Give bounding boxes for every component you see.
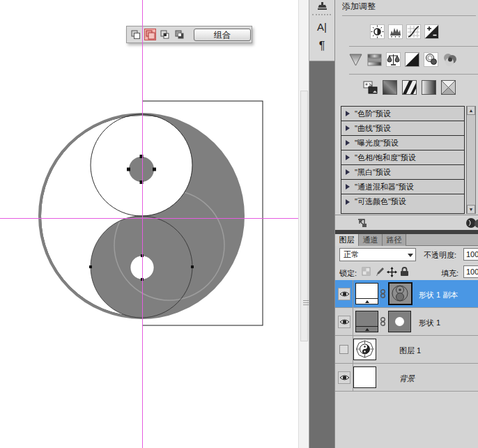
exposure-icon[interactable] [424, 24, 439, 39]
layer-name[interactable]: 形状 1 [419, 318, 440, 328]
tab-channels[interactable]: 通道 [359, 234, 383, 246]
disclosure-triangle-icon[interactable] [346, 155, 350, 160]
disclosure-triangle-icon[interactable] [346, 184, 350, 190]
visibility-checkbox-empty[interactable] [339, 345, 348, 354]
document-vertical-scrollbar[interactable] [298, 0, 309, 448]
preset-row-black-white[interactable]: "黑白"预设 [341, 165, 464, 180]
opacity-input[interactable]: 100% [463, 248, 478, 261]
visibility-cell[interactable] [335, 308, 353, 336]
color-balance-icon[interactable] [386, 52, 401, 67]
vector-mask-thumbnail[interactable] [388, 282, 413, 305]
fill-input[interactable]: 100% [463, 265, 478, 278]
switch-panel-view-icon[interactable] [356, 217, 367, 228]
disclosure-triangle-icon[interactable] [346, 125, 350, 131]
preset-label: "曲线"预设 [355, 123, 391, 134]
vector-mask-thumbnail[interactable] [388, 311, 411, 332]
preset-row-channel-mixer[interactable]: "通道混和器"预设 [341, 180, 464, 194]
opacity-label: 不透明度: [424, 250, 456, 261]
channel-mixer-icon[interactable] [442, 52, 457, 67]
lock-options-row: 锁定: 填充: 100% [335, 265, 478, 279]
blend-options-row: 正常 不透明度: 100% [335, 247, 478, 263]
layer-fill-thumbnail[interactable] [355, 283, 378, 304]
paragraph-panel-icon[interactable]: ¶ [309, 40, 334, 52]
shape-subtract-icon[interactable] [144, 29, 156, 40]
clone-source-icon[interactable] [309, 1, 334, 13]
brightness-contrast-icon[interactable] [370, 24, 385, 39]
disclosure-triangle-icon[interactable] [346, 169, 350, 175]
right-panel-column: 添加调整 [334, 0, 478, 448]
visibility-toggle-icon[interactable] [465, 217, 478, 229]
layer-row-shape1[interactable]: 形状 1 [335, 308, 478, 336]
character-panel-icon[interactable]: A| [309, 21, 334, 33]
disclosure-triangle-icon[interactable] [346, 111, 350, 116]
preset-list-scrollbar[interactable]: ▲ ▼ [466, 106, 476, 214]
lock-transparent-icon[interactable] [362, 267, 371, 277]
layer-row-layer1[interactable]: 图层 1 [335, 336, 478, 364]
tab-layers[interactable]: 图层 [335, 234, 359, 246]
layer-image-thumbnail[interactable] [353, 366, 376, 388]
adjustment-preset-list: "色阶"预设 "曲线"预设 "曝光度"预设 "色相/饱和度"预设 "黑白"预设 … [341, 106, 465, 214]
layer-fill-thumbnail[interactable] [355, 311, 378, 332]
combine-button[interactable]: 组合 [194, 29, 251, 41]
preset-row-levels[interactable]: "色阶"预设 [341, 107, 464, 121]
eye-icon[interactable] [338, 371, 350, 384]
vertical-guide[interactable] [142, 0, 143, 448]
preset-row-hue-saturation[interactable]: "色相/饱和度"预设 [341, 150, 464, 165]
eye-icon[interactable] [338, 288, 350, 300]
threshold-icon[interactable] [402, 80, 417, 95]
lock-paint-icon[interactable] [375, 267, 385, 277]
shape-add-icon[interactable] [130, 29, 141, 40]
divider [349, 74, 478, 75]
layer-image-thumbnail[interactable] [353, 339, 376, 360]
preset-row-curves[interactable]: "曲线"预设 [341, 121, 464, 136]
preset-row-exposure[interactable]: "曝光度"预设 [341, 136, 464, 150]
tab-paths[interactable]: 路径 [383, 234, 406, 246]
blend-mode-select[interactable]: 正常 [339, 248, 416, 261]
disclosure-triangle-icon[interactable] [346, 140, 350, 146]
visibility-cell[interactable] [335, 280, 353, 308]
layer-name[interactable]: 图层 1 [399, 346, 421, 356]
blend-mode-value: 正常 [344, 250, 359, 258]
layer-name[interactable]: 背景 [399, 373, 415, 384]
scroll-up-icon[interactable]: ▲ [467, 106, 475, 115]
photo-filter-icon[interactable] [424, 52, 438, 67]
disclosure-triangle-icon[interactable] [346, 199, 350, 205]
black-white-icon[interactable] [405, 52, 419, 67]
horizontal-guide[interactable] [0, 218, 298, 219]
invert-icon[interactable] [363, 80, 378, 95]
shape-intersect-icon[interactable] [159, 29, 171, 40]
selective-color-icon[interactable] [441, 80, 456, 95]
lock-move-icon[interactable] [387, 267, 397, 277]
visibility-cell[interactable] [335, 364, 353, 392]
layer-list-empty-area [335, 392, 478, 448]
top-dot[interactable] [129, 157, 154, 182]
fill-slider-icon [356, 298, 378, 304]
eye-icon[interactable] [338, 316, 350, 328]
photoshop-workspace: 组合 A| ¶ 添加调整 [0, 0, 478, 448]
lock-all-icon[interactable] [400, 267, 409, 277]
bagua-taiji-image [354, 339, 376, 360]
preset-row-selective-color[interactable]: "可选颜色"预设 [341, 194, 464, 209]
layer-list: 形状 1 副本 形状 1 [335, 280, 478, 392]
gradient-map-icon[interactable] [422, 80, 436, 95]
dock-divider [312, 14, 331, 15]
levels-icon[interactable] [388, 24, 403, 39]
preset-label: "可选颜色"预设 [355, 196, 406, 207]
document-canvas[interactable] [0, 0, 298, 448]
yin-yang-artwork [0, 0, 298, 448]
shape-exclude-icon[interactable] [174, 29, 185, 40]
layer-name[interactable]: 形状 1 副本 [419, 290, 458, 300]
posterize-icon[interactable] [383, 80, 397, 95]
scrollbar-thumb[interactable] [300, 91, 308, 341]
visibility-cell[interactable] [335, 336, 353, 364]
scroll-down-icon[interactable]: ▼ [467, 205, 475, 214]
divider [349, 46, 478, 47]
layers-panel-tabs: 图层 通道 路径 [335, 234, 478, 246]
hue-saturation-icon[interactable] [367, 52, 382, 67]
layer-row-background[interactable]: 背景 [335, 364, 478, 392]
preset-label: "色相/饱和度"预设 [355, 153, 416, 163]
vibrance-icon[interactable] [348, 52, 363, 67]
curves-icon[interactable] [406, 24, 421, 39]
adjustment-icon-row-2 [348, 52, 461, 67]
layer-row-shape1-copy[interactable]: 形状 1 副本 [335, 280, 478, 308]
